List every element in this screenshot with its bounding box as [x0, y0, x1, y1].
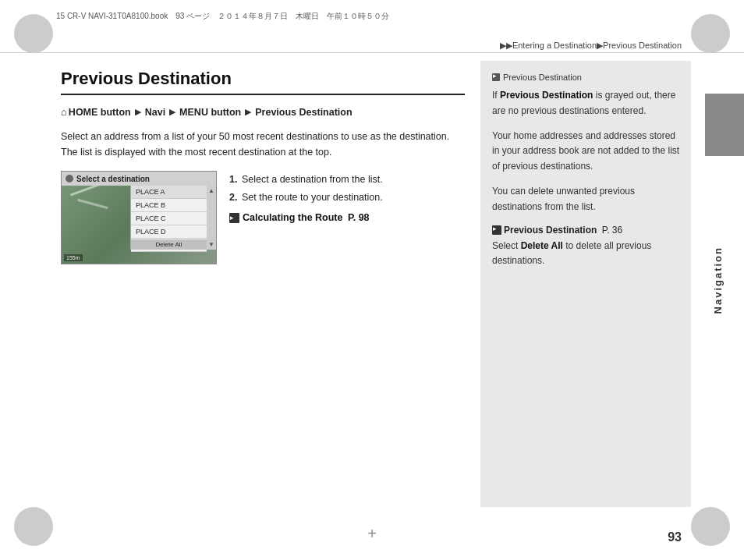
step-2: 2. Set the route to your destination.: [229, 189, 383, 207]
nav-arrow-2: ▶: [169, 107, 175, 117]
ref-icon-1: [492, 225, 501, 235]
nav-path: ⌂ HOME button ▶ Navi ▶ MENU button ▶ Pre…: [61, 106, 465, 118]
step-1-text: Select a destination from the list.: [242, 171, 383, 189]
ref-link-1[interactable]: Previous Destination P. 36: [492, 225, 683, 236]
scale-bar: 155m: [64, 254, 83, 261]
select-destination-header: Select a destination: [62, 172, 216, 186]
page-title: Previous Destination: [61, 69, 465, 95]
dest-item-d[interactable]: PLACE D: [131, 225, 207, 239]
select-icon: [66, 175, 73, 183]
ref1-bold: Previous Destination: [504, 225, 597, 236]
calc-route-link[interactable]: Calculating the Route P. 98: [243, 209, 370, 227]
dest-item-b[interactable]: PLACE B: [131, 199, 207, 212]
page-number: 93: [668, 530, 682, 544]
corner-circle-bl: [14, 507, 53, 546]
navi-label: Navi: [145, 107, 165, 118]
select-dest-text: Select a destination: [76, 175, 150, 183]
sidebar-navigation-label: Navigation: [712, 246, 724, 314]
scrollbar[interactable]: ▲ ▼: [207, 186, 216, 250]
home-icon: ⌂: [61, 106, 67, 118]
right-header-label: Previous Destination: [503, 73, 582, 82]
scroll-down-arrow[interactable]: ▼: [208, 241, 214, 248]
screen-image: Select a destination PLACE A PLACE B PLA…: [61, 171, 217, 264]
home-button-label: HOME button: [69, 107, 131, 118]
step-2-text: Set the route to your destination.: [242, 189, 383, 207]
screen-inner: Select a destination PLACE A PLACE B PLA…: [62, 172, 216, 264]
right-para3: You can delete unwanted previous destina…: [492, 184, 683, 215]
main-content: Previous Destination ⌂ HOME button ▶ Nav…: [53, 53, 691, 507]
step-1-num: 1.: [229, 171, 239, 189]
dest-list-panel: PLACE A PLACE B PLACE C PLACE D PLACE E …: [130, 186, 216, 250]
right-para2: Your home addresses and addresses stored…: [492, 129, 683, 175]
ref1-label: Previous Destination P. 36: [504, 225, 622, 236]
corner-circle-tl: [14, 14, 53, 53]
nav-arrow-1: ▶: [135, 107, 141, 117]
dest-item-c[interactable]: PLACE C: [131, 212, 207, 225]
right-header-icon: [492, 73, 500, 81]
file-info: 15 CR-V NAVI-31T0A8100.book 93 ページ ２０１４年…: [56, 11, 389, 22]
right-sidebar: Navigation: [691, 53, 744, 507]
corner-circle-tr: [691, 14, 730, 53]
right-para4: Select Delete All to delete all previous…: [492, 239, 683, 270]
delete-all-button[interactable]: Delete All: [131, 239, 207, 250]
calc-route-icon: ▸: [229, 213, 239, 223]
nav-arrow-3: ▶: [245, 107, 251, 117]
menu-button-label: MENU button: [179, 107, 241, 118]
description-text: Select an address from a list of your 50…: [61, 129, 465, 160]
breadcrumb: ▶▶Entering a Destination▶Previous Destin…: [500, 41, 682, 51]
bold-prev-dest-1: Previous Destination: [500, 90, 593, 101]
calc-route-label: Calculating the Route: [243, 212, 342, 223]
right-column: Previous Destination If Previous Destina…: [480, 61, 691, 507]
right-para4-rest: to delete all previous destinations.: [492, 240, 651, 267]
step-1: 1. Select a destination from the list.: [229, 171, 383, 189]
prev-dest-label: Previous Destination: [255, 107, 352, 118]
dest-item-a[interactable]: PLACE A: [131, 186, 207, 199]
right-para1: If Previous Destination is grayed out, t…: [492, 88, 683, 119]
crosshair-bottom-center: +: [367, 525, 377, 543]
calc-route-page: P. 98: [348, 212, 370, 223]
left-column: Previous Destination ⌂ HOME button ▶ Nav…: [53, 53, 480, 507]
scroll-up-arrow[interactable]: ▲: [208, 187, 214, 194]
right-panel-header: Previous Destination: [492, 73, 683, 82]
bold-delete-all: Delete All: [521, 240, 563, 251]
steps: 1. Select a destination from the list. 2…: [229, 171, 383, 227]
step-2-num: 2.: [229, 189, 239, 207]
corner-circle-br: [691, 507, 730, 546]
ref1-page: P. 36: [602, 225, 622, 236]
screenshot-container: Select a destination PLACE A PLACE B PLA…: [61, 171, 465, 264]
